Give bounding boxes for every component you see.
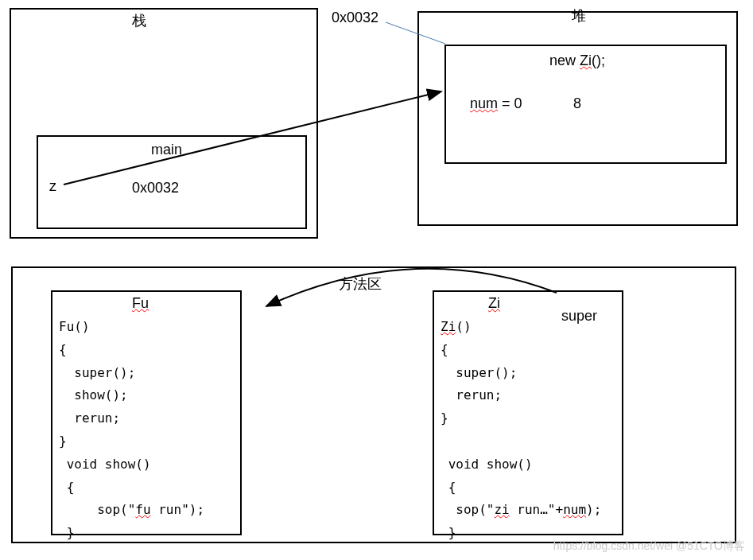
main-label: main xyxy=(151,142,182,158)
stack-title: 栈 xyxy=(132,11,146,30)
zi-box: Zi super Zi() { super(); rerun; } void s… xyxy=(433,290,623,535)
fu-name: Fu xyxy=(132,295,149,312)
heap-object-box: new Zi(); num = 0 8 xyxy=(444,45,727,164)
stack-main-frame: main z 0x0032 xyxy=(37,135,307,229)
heap-title: 堆 xyxy=(572,6,586,25)
num-word: num xyxy=(470,95,498,111)
method-area-title: 方法区 xyxy=(339,274,382,294)
heap-num-label: num = 0 xyxy=(470,95,522,112)
zi-name: Zi xyxy=(488,295,500,312)
watermark: https://blog.csdn.net/wei @51CTO博客 xyxy=(553,539,745,554)
zi-code: Zi() { super(); rerun; } void show() { s… xyxy=(441,316,601,545)
heap-new-expr: new Zi(); xyxy=(549,52,605,69)
zi-word: Zi xyxy=(580,52,592,68)
fu-code: Fu() { super(); show(); rerun; } void sh… xyxy=(59,316,204,545)
heap-box: 堆 new Zi(); num = 0 8 xyxy=(417,11,738,226)
method-area-box: 方法区 Fu Fu() { super(); show(); rerun; } … xyxy=(11,266,736,543)
stack-var-value: 0x0032 xyxy=(132,180,179,196)
fu-word: Fu xyxy=(132,295,149,311)
heap-address-label: 0x0032 xyxy=(332,10,378,26)
stack-var-name: z xyxy=(49,178,56,195)
heap-num-value: 8 xyxy=(573,95,581,112)
zi-word-2: Zi xyxy=(488,295,500,311)
stack-box: 栈 main z 0x0032 xyxy=(10,8,318,239)
fu-box: Fu Fu() { super(); show(); rerun; } void… xyxy=(51,290,242,535)
